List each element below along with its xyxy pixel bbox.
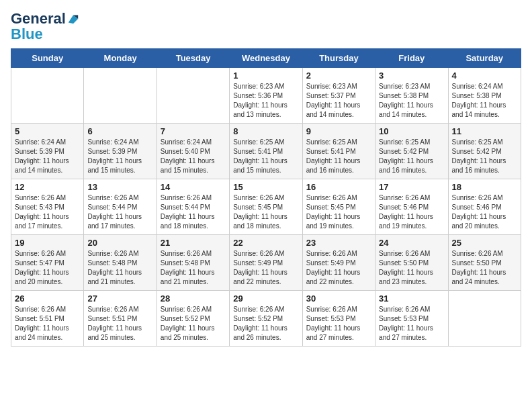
day-number: 8 — [233, 126, 298, 136]
weekday-monday: Monday — [84, 49, 157, 68]
calendar-cell: 30Sunrise: 6:26 AM Sunset: 5:53 PM Dayli… — [302, 291, 375, 347]
day-info: Sunrise: 6:26 AM Sunset: 5:51 PM Dayligh… — [15, 305, 80, 342]
day-number: 4 — [452, 71, 517, 81]
day-info: Sunrise: 6:26 AM Sunset: 5:53 PM Dayligh… — [379, 305, 444, 342]
day-number: 31 — [379, 293, 444, 304]
day-info: Sunrise: 6:26 AM Sunset: 5:51 PM Dayligh… — [87, 305, 152, 342]
calendar-cell: 4Sunrise: 6:24 AM Sunset: 5:38 PM Daylig… — [448, 68, 521, 124]
calendar-cell: 26Sunrise: 6:26 AM Sunset: 5:51 PM Dayli… — [11, 291, 84, 347]
day-number: 6 — [87, 126, 152, 136]
day-info: Sunrise: 6:23 AM Sunset: 5:36 PM Dayligh… — [233, 82, 298, 120]
day-info: Sunrise: 6:26 AM Sunset: 5:49 PM Dayligh… — [306, 249, 371, 287]
calendar-cell: 18Sunrise: 6:26 AM Sunset: 5:46 PM Dayli… — [448, 179, 521, 235]
calendar-cell: 24Sunrise: 6:26 AM Sunset: 5:50 PM Dayli… — [375, 235, 448, 291]
day-info: Sunrise: 6:26 AM Sunset: 5:45 PM Dayligh… — [306, 193, 371, 231]
logo-icon — [67, 13, 79, 25]
calendar-cell: 14Sunrise: 6:26 AM Sunset: 5:44 PM Dayli… — [157, 179, 229, 235]
day-info: Sunrise: 6:24 AM Sunset: 5:39 PM Dayligh… — [15, 138, 80, 175]
day-number: 17 — [379, 182, 444, 192]
day-number: 13 — [87, 182, 152, 192]
calendar-cell: 9Sunrise: 6:25 AM Sunset: 5:41 PM Daylig… — [302, 124, 375, 179]
day-number: 23 — [306, 238, 371, 248]
day-info: Sunrise: 6:26 AM Sunset: 5:46 PM Dayligh… — [379, 193, 444, 231]
calendar-cell: 29Sunrise: 6:26 AM Sunset: 5:52 PM Dayli… — [230, 291, 302, 347]
weekday-saturday: Saturday — [448, 49, 521, 68]
day-info: Sunrise: 6:25 AM Sunset: 5:42 PM Dayligh… — [379, 138, 444, 175]
calendar-cell: 10Sunrise: 6:25 AM Sunset: 5:42 PM Dayli… — [375, 124, 448, 179]
calendar-cell: 12Sunrise: 6:26 AM Sunset: 5:43 PM Dayli… — [11, 179, 84, 235]
day-number: 10 — [379, 126, 444, 136]
day-info: Sunrise: 6:25 AM Sunset: 5:41 PM Dayligh… — [306, 138, 371, 175]
calendar-cell: 16Sunrise: 6:26 AM Sunset: 5:45 PM Dayli… — [302, 179, 375, 235]
day-number: 28 — [161, 293, 226, 304]
calendar-cell: 17Sunrise: 6:26 AM Sunset: 5:46 PM Dayli… — [375, 179, 448, 235]
calendar-cell: 31Sunrise: 6:26 AM Sunset: 5:53 PM Dayli… — [375, 291, 448, 347]
day-number: 11 — [452, 126, 517, 136]
calendar-cell: 22Sunrise: 6:26 AM Sunset: 5:49 PM Dayli… — [230, 235, 302, 291]
weekday-header-row: SundayMondayTuesdayWednesdayThursdayFrid… — [11, 49, 521, 68]
calendar-row-1: 5Sunrise: 6:24 AM Sunset: 5:39 PM Daylig… — [11, 124, 521, 179]
calendar-cell: 23Sunrise: 6:26 AM Sunset: 5:49 PM Dayli… — [302, 235, 375, 291]
day-number: 25 — [452, 238, 517, 248]
day-number: 2 — [306, 71, 371, 81]
calendar-cell: 20Sunrise: 6:26 AM Sunset: 5:48 PM Dayli… — [84, 235, 157, 291]
logo: General Blue — [11, 7, 79, 43]
weekday-tuesday: Tuesday — [157, 49, 229, 68]
day-number: 22 — [233, 238, 298, 248]
calendar-cell: 28Sunrise: 6:26 AM Sunset: 5:52 PM Dayli… — [157, 291, 229, 347]
day-info: Sunrise: 6:26 AM Sunset: 5:53 PM Dayligh… — [306, 305, 371, 342]
calendar-cell: 27Sunrise: 6:26 AM Sunset: 5:51 PM Dayli… — [84, 291, 157, 347]
calendar-row-2: 12Sunrise: 6:26 AM Sunset: 5:43 PM Dayli… — [11, 179, 521, 235]
day-number: 5 — [15, 126, 80, 136]
weekday-wednesday: Wednesday — [230, 49, 302, 68]
calendar-cell: 25Sunrise: 6:26 AM Sunset: 5:50 PM Dayli… — [448, 235, 521, 291]
day-number: 12 — [15, 182, 80, 192]
weekday-thursday: Thursday — [302, 49, 375, 68]
day-info: Sunrise: 6:23 AM Sunset: 5:37 PM Dayligh… — [306, 82, 371, 120]
calendar-cell: 15Sunrise: 6:26 AM Sunset: 5:45 PM Dayli… — [230, 179, 302, 235]
day-info: Sunrise: 6:26 AM Sunset: 5:46 PM Dayligh… — [452, 193, 517, 231]
day-info: Sunrise: 6:23 AM Sunset: 5:38 PM Dayligh… — [379, 82, 444, 120]
day-info: Sunrise: 6:26 AM Sunset: 5:50 PM Dayligh… — [452, 249, 517, 287]
calendar-cell: 8Sunrise: 6:25 AM Sunset: 5:41 PM Daylig… — [230, 124, 302, 179]
logo-general: General — [11, 11, 66, 27]
calendar-cell — [11, 68, 84, 124]
calendar-cell: 5Sunrise: 6:24 AM Sunset: 5:39 PM Daylig… — [11, 124, 84, 179]
calendar-row-3: 19Sunrise: 6:26 AM Sunset: 5:47 PM Dayli… — [11, 235, 521, 291]
calendar-table: SundayMondayTuesdayWednesdayThursdayFrid… — [11, 48, 521, 347]
calendar-cell: 6Sunrise: 6:24 AM Sunset: 5:39 PM Daylig… — [84, 124, 157, 179]
day-info: Sunrise: 6:26 AM Sunset: 5:47 PM Dayligh… — [15, 249, 80, 287]
page-header: General Blue — [11, 7, 521, 43]
day-info: Sunrise: 6:26 AM Sunset: 5:52 PM Dayligh… — [233, 305, 298, 342]
day-info: Sunrise: 6:26 AM Sunset: 5:50 PM Dayligh… — [379, 249, 444, 287]
weekday-sunday: Sunday — [11, 49, 84, 68]
day-number: 16 — [306, 182, 371, 192]
day-info: Sunrise: 6:24 AM Sunset: 5:39 PM Dayligh… — [87, 138, 152, 175]
calendar-row-0: 1Sunrise: 6:23 AM Sunset: 5:36 PM Daylig… — [11, 68, 521, 124]
day-number: 24 — [379, 238, 444, 248]
calendar-cell — [448, 291, 521, 347]
day-number: 30 — [306, 293, 371, 304]
day-info: Sunrise: 6:24 AM Sunset: 5:38 PM Dayligh… — [452, 82, 517, 120]
day-number: 26 — [15, 293, 80, 304]
day-info: Sunrise: 6:25 AM Sunset: 5:42 PM Dayligh… — [452, 138, 517, 175]
day-number: 27 — [87, 293, 152, 304]
day-number: 20 — [87, 238, 152, 248]
day-info: Sunrise: 6:26 AM Sunset: 5:48 PM Dayligh… — [87, 249, 152, 287]
calendar-row-4: 26Sunrise: 6:26 AM Sunset: 5:51 PM Dayli… — [11, 291, 521, 347]
day-number: 3 — [379, 71, 444, 81]
day-info: Sunrise: 6:26 AM Sunset: 5:43 PM Dayligh… — [15, 193, 80, 231]
calendar-cell: 13Sunrise: 6:26 AM Sunset: 5:44 PM Dayli… — [84, 179, 157, 235]
day-info: Sunrise: 6:25 AM Sunset: 5:41 PM Dayligh… — [233, 138, 298, 175]
day-number: 9 — [306, 126, 371, 136]
calendar-cell: 19Sunrise: 6:26 AM Sunset: 5:47 PM Dayli… — [11, 235, 84, 291]
day-number: 14 — [161, 182, 226, 192]
day-number: 21 — [161, 238, 226, 248]
logo-blue: Blue — [11, 26, 79, 43]
calendar-cell: 11Sunrise: 6:25 AM Sunset: 5:42 PM Dayli… — [448, 124, 521, 179]
day-info: Sunrise: 6:26 AM Sunset: 5:44 PM Dayligh… — [87, 193, 152, 231]
calendar-cell: 1Sunrise: 6:23 AM Sunset: 5:36 PM Daylig… — [230, 68, 302, 124]
day-info: Sunrise: 6:26 AM Sunset: 5:48 PM Dayligh… — [161, 249, 226, 287]
day-info: Sunrise: 6:26 AM Sunset: 5:52 PM Dayligh… — [161, 305, 226, 342]
calendar-cell: 2Sunrise: 6:23 AM Sunset: 5:37 PM Daylig… — [302, 68, 375, 124]
